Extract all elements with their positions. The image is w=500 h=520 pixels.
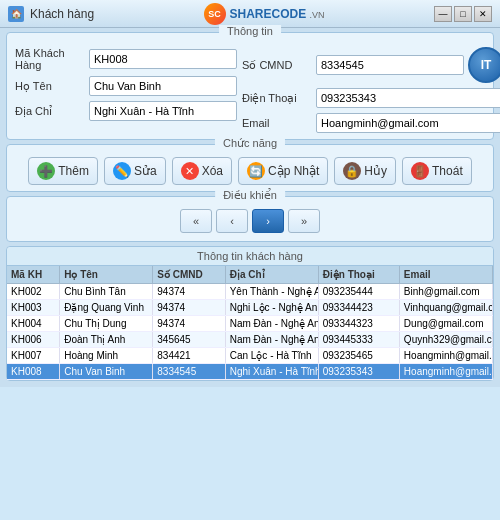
- window-controls: — □ ✕: [434, 6, 492, 22]
- email-label: Email: [242, 117, 312, 129]
- dien-thoai-row: Điện Thoại: [242, 88, 500, 108]
- so-cmnd-row: Số CMND IT: [242, 47, 500, 83]
- window-title: Khách hàng: [30, 7, 94, 21]
- avatar: IT: [468, 47, 500, 83]
- table-section: Thông tin khách hàng Mã KH Họ Tên Số CMN…: [6, 246, 494, 381]
- first-button[interactable]: «: [180, 209, 212, 233]
- email-row: Email: [242, 113, 500, 133]
- them-button[interactable]: ➕ Thêm: [28, 157, 98, 185]
- cap-nhat-icon: 🔄: [247, 162, 265, 180]
- chuc-nang-section: Chức năng ➕ Thêm ✏️ Sửa ✕ Xóa 🔄 Cập Nhật…: [6, 144, 494, 192]
- thoat-icon: 🚪: [411, 162, 429, 180]
- logo-area: SC SHARECODE .VN: [204, 3, 325, 25]
- thoat-button[interactable]: 🚪 Thoát: [402, 157, 472, 185]
- dia-chi-label: Địa Chỉ: [15, 105, 85, 118]
- dieu-khien-label: Điều khiển: [215, 189, 285, 202]
- huy-button[interactable]: 🔒 Hủy: [334, 157, 396, 185]
- table-header-row: Mã KH Họ Tên Số CMND Địa Chỉ Điện Thoại …: [7, 266, 493, 284]
- minimize-button[interactable]: —: [434, 6, 452, 22]
- huy-icon: 🔒: [343, 162, 361, 180]
- email-input[interactable]: [316, 113, 500, 133]
- cap-nhat-button[interactable]: 🔄 Cập Nhật: [238, 157, 328, 185]
- table-row[interactable]: KH007Hoàng Minh834421Can Lộc - Hà Tĩnh09…: [7, 348, 493, 364]
- close-button[interactable]: ✕: [474, 6, 492, 22]
- ho-ten-row: Họ Tên: [15, 76, 237, 96]
- ho-ten-label: Họ Tên: [15, 80, 85, 93]
- sua-button[interactable]: ✏️ Sửa: [104, 157, 166, 185]
- maximize-button[interactable]: □: [454, 6, 472, 22]
- prev-button[interactable]: ‹: [216, 209, 248, 233]
- dien-thoai-input[interactable]: [316, 88, 500, 108]
- so-cmnd-input[interactable]: [316, 55, 464, 75]
- ho-ten-input[interactable]: [89, 76, 237, 96]
- ma-khach-hang-input[interactable]: [89, 49, 237, 69]
- logo-icon: SC: [204, 3, 226, 25]
- thong-tin-label: Thông tin: [219, 25, 281, 37]
- avatar-initials: IT: [481, 58, 492, 72]
- col-cmnd: Số CMND: [153, 266, 225, 284]
- ma-khach-hang-label: Mã Khách Hàng: [15, 47, 85, 71]
- logo-name: SHARECODE: [230, 7, 307, 21]
- dien-thoai-label: Điện Thoại: [242, 92, 312, 105]
- so-cmnd-label: Số CMND: [242, 59, 312, 72]
- col-email: Email: [399, 266, 492, 284]
- customer-table: Mã KH Họ Tên Số CMND Địa Chỉ Điện Thoại …: [7, 266, 493, 380]
- xoa-button[interactable]: ✕ Xóa: [172, 157, 232, 185]
- table-row[interactable]: KH002Chu Bình Tân94374Yên Thành - Nghệ A…: [7, 284, 493, 300]
- last-button[interactable]: »: [288, 209, 320, 233]
- col-ho-ten: Họ Tên: [60, 266, 153, 284]
- col-dien-thoai: Điện Thoại: [318, 266, 399, 284]
- table-row[interactable]: KH006Đoàn Thị Anh345645Nam Đàn - Nghệ An…: [7, 332, 493, 348]
- dieu-khien-section: Điều khiển « ‹ › »: [6, 196, 494, 242]
- title-bar: 🏠 Khách hàng SC SHARECODE .VN — □ ✕: [0, 0, 500, 28]
- col-dia-chi: Địa Chỉ: [225, 266, 318, 284]
- dia-chi-row: Địa Chỉ: [15, 101, 237, 121]
- chuc-nang-label: Chức năng: [215, 137, 285, 150]
- sua-icon: ✏️: [113, 162, 131, 180]
- logo-domain: .VN: [310, 10, 325, 20]
- table-row[interactable]: KH003Đặng Quang Vinh94374Nghi Lộc - Nghệ…: [7, 300, 493, 316]
- dia-chi-input[interactable]: [89, 101, 237, 121]
- xoa-icon: ✕: [181, 162, 199, 180]
- table-title: Thông tin khách hàng: [7, 247, 493, 266]
- col-ma-kh: Mã KH: [7, 266, 60, 284]
- table-row[interactable]: KH008Chu Van Binh8334545Nghi Xuân - Hà T…: [7, 364, 493, 380]
- ma-khach-hang-row: Mã Khách Hàng: [15, 47, 237, 71]
- them-icon: ➕: [37, 162, 55, 180]
- table-row[interactable]: KH004Chu Thị Dung94374Nam Đàn - Nghệ An0…: [7, 316, 493, 332]
- next-button[interactable]: ›: [252, 209, 284, 233]
- thong-tin-section: Thông tin Mã Khách Hàng Họ Tên Địa Chỉ: [6, 32, 494, 140]
- app-icon: 🏠: [8, 6, 24, 22]
